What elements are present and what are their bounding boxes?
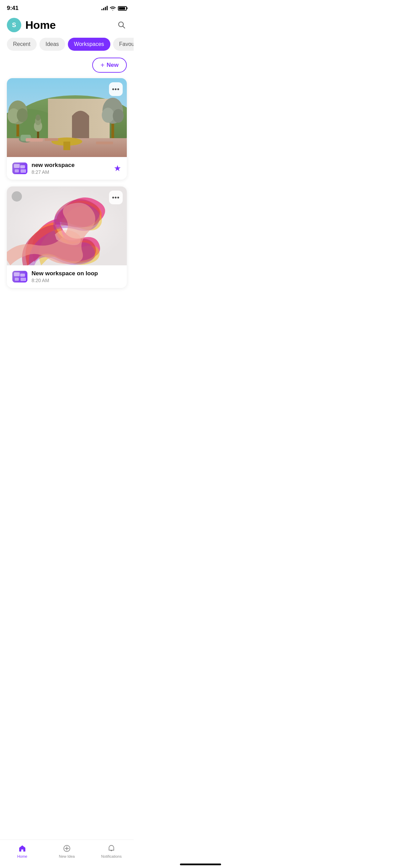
card-2-more-button[interactable]: ••• <box>109 191 123 204</box>
tab-favourites[interactable]: Favourites <box>113 38 134 51</box>
battery-icon <box>118 6 127 11</box>
card-1-more-button[interactable]: ••• <box>109 82 123 96</box>
plus-icon: + <box>100 62 105 69</box>
avatar[interactable]: S <box>7 18 21 32</box>
svg-point-16 <box>113 109 124 123</box>
signal-icon <box>101 6 108 10</box>
svg-rect-23 <box>26 138 43 142</box>
status-time: 9:41 <box>7 5 19 12</box>
svg-rect-28 <box>20 165 25 168</box>
header-left: S Home <box>7 18 56 32</box>
card-1-info: new workspace 8:27 AM <box>12 162 75 175</box>
svg-rect-31 <box>12 271 27 282</box>
card-2-text: New workspace on loop 8:20 AM <box>32 270 98 283</box>
new-button[interactable]: + New <box>92 58 127 73</box>
card-2-name: New workspace on loop <box>32 270 98 277</box>
search-button[interactable] <box>116 19 127 31</box>
card-2-icon <box>12 271 27 282</box>
status-icons <box>101 6 127 11</box>
tab-recent[interactable]: Recent <box>7 38 37 51</box>
wifi-icon <box>110 6 116 11</box>
svg-line-1 <box>123 26 125 28</box>
svg-rect-29 <box>15 169 19 172</box>
search-icon <box>117 21 125 29</box>
svg-rect-8 <box>63 142 70 150</box>
filter-tabs: Recent Ideas Workspaces Favourites <box>0 38 134 51</box>
card-2-footer: New workspace on loop 8:20 AM <box>7 265 127 288</box>
svg-rect-25 <box>96 142 113 144</box>
new-button-container: + New <box>0 58 134 73</box>
card-1-footer: new workspace 8:27 AM ★ <box>7 157 127 180</box>
workspace-cards: ••• <box>0 78 134 288</box>
tab-ideas[interactable]: Ideas <box>39 38 65 51</box>
page-header: S Home <box>0 15 134 38</box>
workspace-card-2[interactable]: ••• <box>7 186 127 288</box>
more-dots-icon-2: ••• <box>112 194 120 201</box>
card-2-info: New workspace on loop 8:20 AM <box>12 270 98 283</box>
svg-rect-24 <box>45 138 58 141</box>
svg-rect-27 <box>14 164 20 168</box>
svg-point-20 <box>36 114 40 121</box>
tab-workspaces[interactable]: Workspaces <box>68 38 110 51</box>
svg-point-12 <box>17 108 28 122</box>
card-1-icon <box>12 162 27 174</box>
workspace-card-1[interactable]: ••• <box>7 78 127 180</box>
card-1-star-button[interactable]: ★ <box>114 164 121 173</box>
card-1-text: new workspace 8:27 AM <box>32 162 75 175</box>
svg-point-15 <box>102 108 114 123</box>
svg-rect-32 <box>14 273 20 276</box>
star-icon: ★ <box>114 164 121 173</box>
more-dots-icon: ••• <box>112 86 120 93</box>
card-image-2: ••• <box>7 186 127 265</box>
status-bar: 9:41 <box>0 0 134 15</box>
card-2-time: 8:20 AM <box>32 278 98 283</box>
page-title: Home <box>25 19 56 32</box>
svg-rect-34 <box>15 278 19 281</box>
card-1-time: 8:27 AM <box>32 169 75 175</box>
svg-rect-33 <box>20 274 25 277</box>
card-image-1: ••• <box>7 78 127 157</box>
tooltip-badge <box>12 191 22 202</box>
svg-rect-26 <box>12 162 27 174</box>
card-1-name: new workspace <box>32 162 75 169</box>
new-button-label: New <box>107 62 119 69</box>
